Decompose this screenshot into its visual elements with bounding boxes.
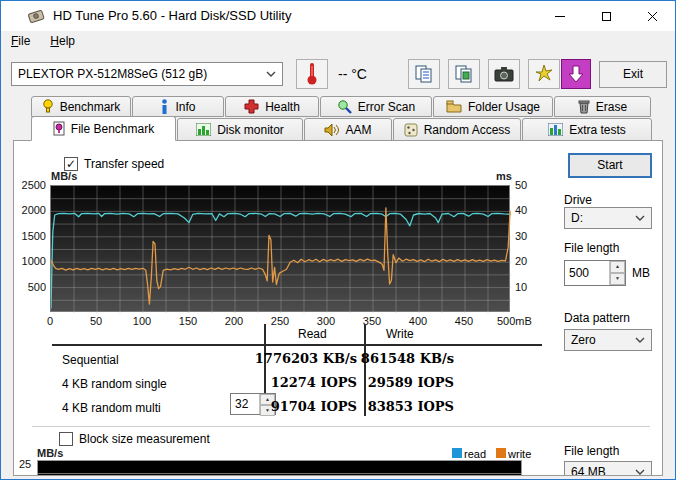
spin-down-icon[interactable]: ▼ [610, 273, 625, 285]
block-size-checkbox[interactable] [59, 432, 73, 446]
menu-file[interactable]: File [1, 31, 40, 53]
minimize-icon [555, 16, 565, 17]
chart-legend: read write [452, 448, 531, 460]
spinner-buttons: ▲▼ [609, 261, 625, 285]
app-icon [28, 8, 45, 25]
xtick: 200 [219, 315, 249, 327]
temperature-value: -- °C [338, 66, 367, 82]
file-benchmark-panel: Transfer speed MB/s ms 50010001500200025… [13, 140, 663, 476]
results-row-label: 4 KB random multi [62, 401, 161, 415]
xtick: 300 [311, 315, 341, 327]
close-icon [647, 11, 658, 22]
tab-label: Health [265, 100, 300, 114]
drive-select-combo[interactable]: PLEXTOR PX-512M8SeG (512 gB) [11, 62, 283, 86]
close-button[interactable] [629, 1, 675, 31]
chevron-down-icon [635, 469, 645, 475]
speaker-icon [324, 123, 339, 137]
block-size-plot [37, 460, 522, 476]
mini-chart-tick: 25 [19, 458, 31, 470]
xtick: 450 [449, 315, 479, 327]
start-button[interactable]: Start [568, 153, 652, 178]
file-length2-label: File length [564, 444, 619, 458]
update-icon [568, 65, 584, 83]
copy-text-button[interactable] [408, 59, 440, 89]
tab-folder-usage[interactable]: Folder Usage [433, 96, 553, 117]
tab-label: Disk monitor [217, 123, 284, 137]
tab-label: Random Access [424, 123, 511, 137]
grid-bars-icon [548, 123, 563, 136]
mini-chart-ylabel: MB/s [37, 447, 63, 459]
results-write-value: 83853 IOPS [314, 399, 454, 414]
tab-benchmark[interactable]: Benchmark [31, 96, 131, 117]
file-length2-combo[interactable]: 64 MB [564, 461, 652, 476]
tab-label: AAM [345, 123, 371, 137]
tab-disk-monitor[interactable]: Disk monitor [177, 118, 303, 141]
transfer-speed-checkbox[interactable] [64, 157, 78, 171]
xtick: 400 [403, 315, 433, 327]
results-write-value: 861548 KB/s [314, 351, 454, 366]
tab-label: File Benchmark [71, 122, 154, 136]
tabrow-2: File Benchmark Disk monitor AAM Random A… [31, 118, 653, 141]
tab-file-benchmark[interactable]: File Benchmark [31, 116, 176, 141]
tab-label: Folder Usage [468, 100, 540, 114]
ytick-right: 30 [515, 230, 527, 242]
maximize-button[interactable] [583, 1, 629, 31]
results-col-read: Read [298, 327, 327, 341]
thermometer-icon [306, 62, 318, 86]
copy-image-icon [454, 64, 474, 84]
tab-error-scan[interactable]: Error Scan [320, 96, 432, 117]
temperature-button[interactable] [296, 59, 328, 89]
file-length-spinner[interactable]: 500 ▲▼ [564, 260, 626, 286]
xtick: 100 [127, 315, 157, 327]
legend-read: read [452, 448, 486, 460]
xtick: 150 [173, 315, 203, 327]
info-icon [160, 99, 169, 114]
update-button[interactable] [561, 59, 591, 89]
data-pattern-combo[interactable]: Zero [564, 329, 652, 351]
tab-label: Benchmark [60, 100, 121, 114]
folder-icon [446, 100, 462, 113]
ytick-right: 10 [515, 281, 527, 293]
save-button[interactable] [528, 59, 560, 89]
tab-label: Extra tests [569, 123, 626, 137]
drive-select-value: PLEXTOR PX-512M8SeG (512 gB) [18, 67, 266, 81]
xtick: 250 [265, 315, 295, 327]
chart-yticks-right: 1020304050 [515, 185, 545, 312]
chart-yticks-left: 5001000150020002500 [14, 185, 46, 312]
window-title: HD Tune Pro 5.60 - Hard Disk/SSD Utility [53, 1, 291, 31]
camera-button[interactable] [488, 59, 520, 89]
results-write-value: 29589 IOPS [314, 375, 454, 390]
tab-info[interactable]: Info [132, 96, 224, 117]
tab-health[interactable]: Health [225, 96, 319, 117]
toolbar: PLEXTOR PX-512M8SeG (512 gB) -- °C [1, 53, 675, 96]
tab-label: Error Scan [358, 100, 415, 114]
file-length-value: 500 [565, 261, 609, 285]
titlebar: HD Tune Pro 5.60 - Hard Disk/SSD Utility [1, 1, 675, 31]
results-col-write: Write [386, 327, 414, 341]
file-length2-value: 64 MB [571, 465, 635, 476]
file-bulb-icon [53, 121, 65, 136]
tab-erase[interactable]: Erase [554, 96, 651, 117]
drive-value: D: [571, 211, 635, 225]
block-size-label: Block size measurement [79, 432, 210, 446]
save-icon [534, 64, 554, 84]
spin-up-icon[interactable]: ▲ [610, 261, 625, 273]
tabrow-1: Benchmark Info Health Error Scan Folder … [31, 96, 652, 117]
drive-combo[interactable]: D: [564, 207, 652, 229]
legend-read-label: read [464, 448, 486, 460]
ytick-right: 50 [515, 179, 527, 191]
maximize-icon [602, 12, 611, 21]
legend-read-swatch [452, 448, 462, 458]
chevron-down-icon [266, 71, 276, 77]
minimize-button[interactable] [537, 1, 583, 31]
copy-image-button[interactable] [448, 59, 480, 89]
tab-aam[interactable]: AAM [304, 118, 392, 141]
dice-icon [404, 123, 418, 137]
exit-button[interactable]: Exit [599, 61, 667, 88]
tab-extra-tests[interactable]: Extra tests [522, 118, 652, 141]
file-length-unit: MB [632, 266, 650, 280]
trash-icon [578, 99, 590, 114]
menu-help[interactable]: Help [40, 31, 85, 53]
tab-random-access[interactable]: Random Access [393, 118, 521, 141]
drive-label: Drive [564, 193, 592, 207]
